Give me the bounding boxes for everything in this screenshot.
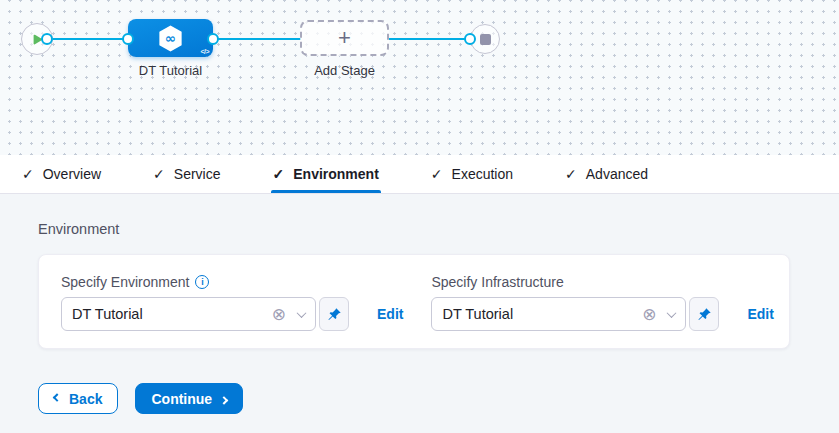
continue-button[interactable]: Continue — [135, 383, 243, 414]
check-icon: ✓ — [22, 166, 34, 182]
wizard-footer: Back Continue — [38, 383, 801, 414]
edge-stage-to-addstage — [213, 38, 301, 40]
infrastructure-field-label: Specify Infrastructure — [431, 274, 563, 290]
tab-advanced[interactable]: ✓ Advanced — [565, 155, 648, 193]
environment-pin-button[interactable] — [319, 297, 349, 331]
stage-node-label: DT Tutorial — [103, 63, 238, 78]
connector-port — [122, 33, 134, 45]
info-icon[interactable]: i — [195, 275, 209, 289]
clear-icon[interactable]: ⊗ — [272, 306, 286, 323]
add-stage-label: Add Stage — [277, 63, 412, 78]
tab-label: Execution — [452, 166, 513, 182]
infrastructure-field: Specify Infrastructure DT Tutorial ⊗ — [431, 274, 773, 348]
environment-panel: Environment Specify Environment i DT Tut… — [0, 194, 839, 433]
infrastructure-pin-button[interactable] — [689, 297, 719, 331]
connector-port — [207, 33, 219, 45]
tab-label: Overview — [43, 166, 101, 182]
environment-select-value: DT Tutorial — [72, 306, 272, 322]
code-icon: </> — [200, 48, 209, 55]
back-button-label: Back — [69, 391, 102, 407]
stage-node-dt-tutorial[interactable]: ∞ </> — [128, 19, 213, 57]
infrastructure-select-value: DT Tutorial — [442, 306, 642, 322]
stage-tabs: ✓ Overview ✓ Service ✓ Environment ✓ Exe… — [0, 155, 839, 194]
tab-environment[interactable]: ✓ Environment — [273, 155, 379, 193]
check-icon: ✓ — [273, 166, 285, 182]
check-icon: ✓ — [565, 166, 577, 182]
environment-field: Specify Environment i DT Tutorial ⊗ — [61, 274, 403, 348]
chevron-down-icon[interactable] — [297, 308, 307, 318]
environment-field-label: Specify Environment — [61, 274, 189, 290]
tab-overview[interactable]: ✓ Overview — [22, 155, 101, 193]
continue-button-label: Continue — [151, 391, 212, 407]
section-title: Environment — [38, 221, 801, 237]
check-icon: ✓ — [153, 166, 165, 182]
connector-port — [41, 33, 53, 45]
pin-icon — [697, 307, 712, 322]
environment-select[interactable]: DT Tutorial ⊗ — [61, 297, 316, 331]
tab-label: Environment — [293, 166, 379, 182]
add-stage-button[interactable]: + — [300, 20, 389, 56]
infrastructure-select[interactable]: DT Tutorial ⊗ — [431, 297, 686, 331]
tab-execution[interactable]: ✓ Execution — [431, 155, 513, 193]
deployment-hexagon-icon: ∞ — [155, 23, 186, 54]
chevron-down-icon[interactable] — [667, 308, 677, 318]
tab-service[interactable]: ✓ Service — [153, 155, 220, 193]
environment-edit-link[interactable]: Edit — [377, 306, 403, 322]
edge-addstage-to-end — [389, 38, 470, 40]
back-button[interactable]: Back — [38, 383, 118, 414]
tab-label: Service — [174, 166, 221, 182]
tab-label: Advanced — [586, 166, 648, 182]
pipeline-canvas[interactable]: ∞ </> DT Tutorial + Add Stage — [0, 0, 839, 155]
connector-port — [464, 33, 476, 45]
infinity-glyph: ∞ — [165, 30, 176, 46]
clear-icon[interactable]: ⊗ — [642, 306, 656, 323]
chevron-right-icon — [220, 396, 228, 404]
stop-icon — [480, 34, 491, 45]
infrastructure-edit-link[interactable]: Edit — [747, 306, 773, 322]
chevron-left-icon — [53, 393, 61, 401]
pin-icon — [327, 307, 342, 322]
environment-card: Specify Environment i DT Tutorial ⊗ — [38, 254, 790, 349]
stage-editor: ∞ </> DT Tutorial + Add Stage ✓ Overview… — [0, 0, 839, 433]
check-icon: ✓ — [431, 166, 443, 182]
edge-start-to-stage — [47, 38, 129, 40]
